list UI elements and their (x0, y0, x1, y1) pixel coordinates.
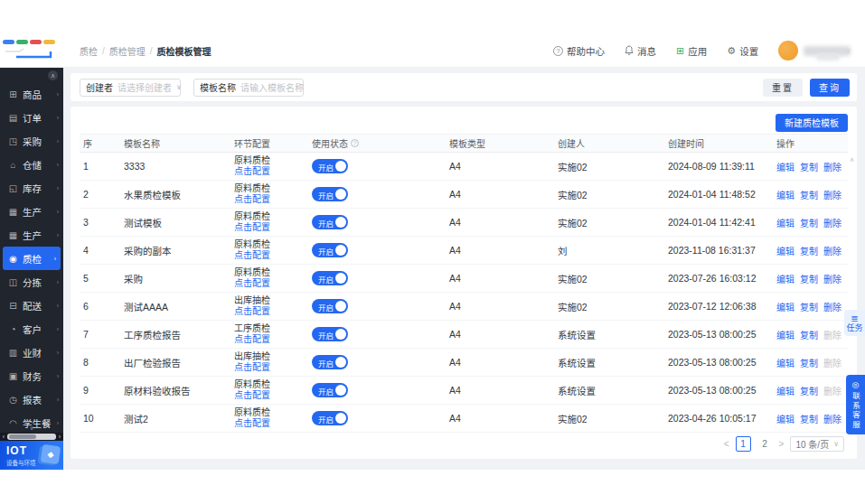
status-help-icon[interactable]: ? (351, 139, 359, 147)
scroll-left-icon[interactable]: ‹ (0, 434, 7, 440)
cell-template-name: 3333 (120, 161, 230, 172)
copy-link[interactable]: 复制 (800, 328, 818, 341)
column-header-6: 创建时间 (664, 136, 773, 150)
copy-link[interactable]: 复制 (800, 384, 818, 397)
copy-link[interactable]: 复制 (800, 412, 818, 425)
template-name-input[interactable]: 模板名称 请输入模板名称 (193, 79, 304, 97)
status-toggle[interactable]: 开启 (312, 383, 348, 397)
status-toggle[interactable]: 开启 (312, 411, 348, 425)
sidebar-item-财务[interactable]: ▣财务› (0, 364, 63, 387)
delete-link[interactable]: 删除 (823, 412, 841, 425)
cell-index: 5 (80, 273, 120, 284)
status-toggle[interactable]: 开启 (312, 215, 348, 229)
copy-link[interactable]: 复制 (800, 160, 818, 173)
task-float-button[interactable]: ≣ 任务 (844, 310, 865, 336)
edit-link[interactable]: 编辑 (776, 216, 794, 229)
settings-button[interactable]: ⚙ 设置 (727, 44, 758, 58)
sidebar-item-订单[interactable]: ▤订单› (0, 106, 63, 129)
edit-link[interactable]: 编辑 (776, 384, 794, 397)
copy-link[interactable]: 复制 (800, 244, 818, 257)
edit-link[interactable]: 编辑 (776, 300, 794, 313)
search-button[interactable]: 查询 (810, 79, 850, 97)
sidebar-scroll-up[interactable]: ∧ (48, 70, 58, 80)
status-toggle[interactable]: 开启 (312, 271, 348, 285)
configure-link[interactable]: 点击配置 (234, 250, 305, 261)
sidebar-item-报表[interactable]: ◷报表› (0, 387, 63, 411)
customer-service-float-button[interactable]: ◎ 联系客服 (846, 375, 865, 434)
page-button-2[interactable]: 2 (757, 436, 773, 452)
help-center-button[interactable]: ? 帮助中心 (553, 44, 605, 58)
configure-link[interactable]: 点击配置 (234, 222, 305, 233)
delete-link[interactable]: 删除 (823, 188, 841, 201)
production-icon: ▦ (8, 230, 18, 240)
sidebar-horizontal-scrollbar[interactable]: ‹ › (0, 433, 63, 441)
copy-link[interactable]: 复制 (800, 272, 818, 285)
copy-link[interactable]: 复制 (800, 356, 818, 369)
sidebar-item-分拣[interactable]: ◫分拣› (0, 270, 63, 294)
status-toggle[interactable]: 开启 (312, 243, 348, 257)
breadcrumb-item[interactable]: 质检管理 (109, 44, 146, 58)
status-toggle[interactable]: 开启 (312, 187, 348, 201)
page-size-select[interactable]: 10 条/页 ∨ (790, 436, 844, 452)
configure-link[interactable]: 点击配置 (234, 362, 305, 373)
delete-link[interactable]: 删除 (823, 300, 841, 313)
configure-link[interactable]: 点击配置 (234, 306, 305, 317)
page-button-1[interactable]: 1 (736, 436, 751, 452)
status-toggle[interactable]: 开启 (312, 159, 348, 173)
copy-link[interactable]: 复制 (800, 188, 818, 201)
creator-select[interactable]: 创建者 请选择创建者 ∨ (80, 79, 181, 97)
configure-link[interactable]: 点击配置 (234, 166, 305, 177)
chevron-right-icon: › (57, 279, 59, 285)
configure-link[interactable]: 点击配置 (234, 390, 305, 401)
status-toggle[interactable]: 开启 (312, 355, 348, 369)
edit-link[interactable]: 编辑 (776, 328, 794, 341)
sidebar-scroll-down[interactable]: ∨ (29, 425, 33, 432)
sidebar-item-客户[interactable]: ◔客户› (0, 317, 63, 341)
edit-link[interactable]: 编辑 (776, 412, 794, 425)
scrollbar-thumb[interactable] (9, 434, 36, 439)
delete-link[interactable]: 删除 (823, 244, 841, 257)
user-menu[interactable]: ∨ (778, 41, 851, 61)
status-toggle[interactable]: 开启 (312, 299, 348, 313)
cell-status: 开启 (308, 187, 446, 201)
configure-link[interactable]: 点击配置 (234, 418, 305, 429)
table-scroll-up-icon[interactable]: ∧ (850, 156, 854, 163)
reset-button[interactable]: 重置 (763, 79, 803, 97)
stage-name: 原料质检 (234, 183, 305, 194)
sidebar-item-生产[interactable]: ▦生产› (0, 200, 63, 223)
messages-button[interactable]: 消息 (625, 44, 656, 58)
edit-link[interactable]: 编辑 (776, 244, 794, 257)
sidebar-item-生产[interactable]: ▦生产› (0, 223, 63, 247)
sidebar-item-采购[interactable]: ◳采购› (0, 129, 63, 153)
sidebar-item-商品[interactable]: ⊞商品› (0, 82, 63, 106)
sidebar-item-业财[interactable]: ▥业财› (0, 341, 63, 364)
prev-page-icon[interactable]: < (724, 439, 729, 449)
edit-link[interactable]: 编辑 (776, 160, 794, 173)
copy-link[interactable]: 复制 (800, 300, 818, 313)
status-toggle[interactable]: 开启 (312, 327, 348, 341)
scroll-right-icon[interactable]: › (56, 434, 63, 440)
configure-link[interactable]: 点击配置 (234, 334, 305, 345)
delete-link[interactable]: 删除 (823, 216, 841, 229)
configure-link[interactable]: 点击配置 (234, 278, 305, 289)
copy-link[interactable]: 复制 (800, 216, 818, 229)
create-template-button[interactable]: 新建质检模板 (776, 114, 848, 132)
apps-button[interactable]: ⊞ 应用 (676, 44, 707, 58)
next-page-icon[interactable]: > (779, 439, 785, 449)
scrollbar-track[interactable] (7, 434, 56, 440)
sidebar-item-配送[interactable]: ⊟配送› (0, 294, 63, 317)
sidebar-item-仓储[interactable]: ⌂仓储› (0, 153, 63, 176)
breadcrumb-item[interactable]: 质检 (80, 44, 98, 58)
edit-link[interactable]: 编辑 (776, 188, 794, 201)
toggle-knob (335, 161, 346, 172)
configure-link[interactable]: 点击配置 (234, 194, 305, 205)
cell-template-type: A4 (446, 161, 554, 172)
delete-link[interactable]: 删除 (823, 272, 841, 285)
sidebar-item-库存[interactable]: ◱库存› (0, 176, 63, 200)
cell-stage-config: 原料质检点击配置 (230, 183, 308, 205)
delete-link[interactable]: 删除 (823, 160, 841, 173)
edit-link[interactable]: 编辑 (776, 356, 794, 369)
edit-link[interactable]: 编辑 (776, 272, 794, 285)
sidebar-item-质检[interactable]: ◉质检› (3, 247, 61, 270)
iot-banner[interactable]: IOT 设备与环境 ◆ (0, 441, 63, 470)
